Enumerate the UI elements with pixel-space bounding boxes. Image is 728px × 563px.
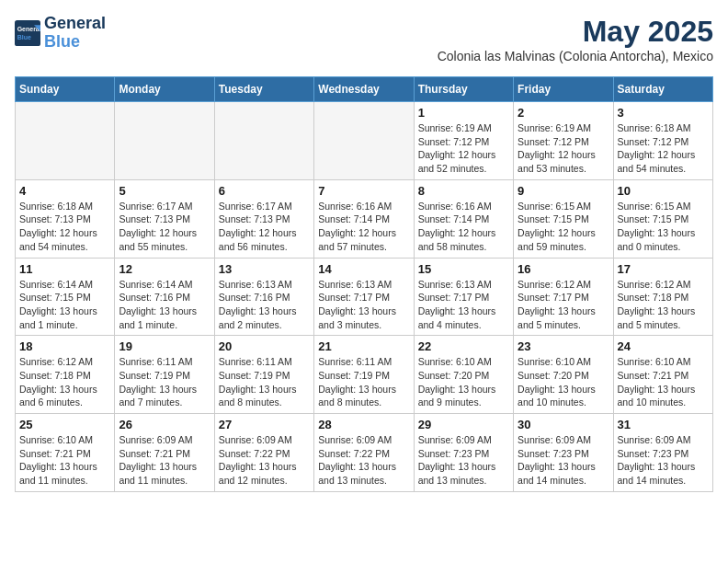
day-detail: Sunrise: 6:14 AMSunset: 7:15 PMDaylight:…	[19, 278, 110, 332]
svg-rect-0	[15, 20, 40, 46]
day-number: 17	[618, 262, 709, 276]
title-section: May 2025 Colonia las Malvinas (Colonia A…	[438, 15, 713, 71]
calendar-cell: 25Sunrise: 6:10 AMSunset: 7:21 PMDayligh…	[16, 414, 115, 492]
logo: General Blue General Blue	[15, 15, 106, 52]
calendar-cell: 29Sunrise: 6:09 AMSunset: 7:23 PMDayligh…	[414, 414, 513, 492]
day-detail: Sunrise: 6:10 AMSunset: 7:21 PMDaylight:…	[618, 355, 709, 409]
day-number: 21	[318, 339, 409, 353]
calendar-cell: 7Sunrise: 6:16 AMSunset: 7:14 PMDaylight…	[314, 179, 414, 258]
calendar-cell: 16Sunrise: 6:12 AMSunset: 7:17 PMDayligh…	[514, 258, 613, 336]
day-detail: Sunrise: 6:17 AMSunset: 7:13 PMDaylight:…	[119, 200, 210, 254]
calendar-cell: 15Sunrise: 6:13 AMSunset: 7:17 PMDayligh…	[414, 258, 513, 336]
day-number: 4	[19, 184, 110, 198]
day-detail: Sunrise: 6:19 AMSunset: 7:12 PMDaylight:…	[418, 121, 509, 176]
day-number: 7	[318, 184, 409, 198]
calendar-cell: 2Sunrise: 6:19 AMSunset: 7:12 PMDaylight…	[514, 102, 613, 180]
day-detail: Sunrise: 6:10 AMSunset: 7:21 PMDaylight:…	[19, 433, 110, 488]
calendar-cell: 27Sunrise: 6:09 AMSunset: 7:22 PMDayligh…	[214, 414, 313, 492]
calendar-cell: 17Sunrise: 6:12 AMSunset: 7:18 PMDayligh…	[613, 258, 712, 336]
calendar-cell: 8Sunrise: 6:16 AMSunset: 7:14 PMDaylight…	[414, 179, 513, 258]
subtitle: Colonia las Malvinas (Colonia Antorcha),…	[438, 49, 713, 63]
calendar-cell	[16, 102, 115, 180]
day-detail: Sunrise: 6:15 AMSunset: 7:15 PMDaylight:…	[618, 200, 709, 254]
weekday-header-sunday: Sunday	[16, 77, 115, 102]
day-detail: Sunrise: 6:09 AMSunset: 7:21 PMDaylight:…	[119, 433, 210, 488]
calendar-cell	[314, 102, 414, 180]
day-number: 2	[518, 106, 609, 120]
day-number: 12	[119, 262, 210, 276]
calendar-cell: 26Sunrise: 6:09 AMSunset: 7:21 PMDayligh…	[115, 414, 214, 492]
day-number: 15	[418, 262, 509, 276]
day-number: 27	[219, 418, 310, 431]
calendar-cell: 31Sunrise: 6:09 AMSunset: 7:23 PMDayligh…	[613, 414, 712, 492]
day-number: 25	[19, 418, 110, 431]
day-number: 29	[418, 418, 509, 431]
svg-text:Blue: Blue	[17, 34, 31, 40]
day-detail: Sunrise: 6:10 AMSunset: 7:20 PMDaylight:…	[418, 355, 509, 409]
day-detail: Sunrise: 6:17 AMSunset: 7:13 PMDaylight:…	[219, 200, 310, 254]
day-detail: Sunrise: 6:09 AMSunset: 7:22 PMDaylight:…	[219, 433, 310, 488]
calendar-cell: 14Sunrise: 6:13 AMSunset: 7:17 PMDayligh…	[314, 258, 414, 336]
day-detail: Sunrise: 6:19 AMSunset: 7:12 PMDaylight:…	[518, 121, 609, 176]
day-number: 24	[618, 339, 709, 353]
calendar-cell: 11Sunrise: 6:14 AMSunset: 7:15 PMDayligh…	[16, 258, 115, 336]
day-detail: Sunrise: 6:09 AMSunset: 7:23 PMDaylight:…	[418, 433, 509, 488]
calendar-cell: 19Sunrise: 6:11 AMSunset: 7:19 PMDayligh…	[115, 336, 214, 414]
calendar-cell: 22Sunrise: 6:10 AMSunset: 7:20 PMDayligh…	[414, 336, 513, 414]
weekday-header-wednesday: Wednesday	[314, 77, 414, 102]
calendar-cell: 18Sunrise: 6:12 AMSunset: 7:18 PMDayligh…	[16, 336, 115, 414]
calendar-cell	[214, 102, 313, 180]
day-detail: Sunrise: 6:13 AMSunset: 7:17 PMDaylight:…	[418, 278, 509, 332]
day-detail: Sunrise: 6:13 AMSunset: 7:17 PMDaylight:…	[318, 278, 409, 332]
day-detail: Sunrise: 6:09 AMSunset: 7:23 PMDaylight:…	[518, 433, 609, 488]
day-number: 30	[518, 418, 609, 431]
day-detail: Sunrise: 6:11 AMSunset: 7:19 PMDaylight:…	[119, 355, 210, 409]
day-detail: Sunrise: 6:16 AMSunset: 7:14 PMDaylight:…	[318, 200, 409, 254]
day-detail: Sunrise: 6:18 AMSunset: 7:12 PMDaylight:…	[618, 121, 709, 176]
calendar-cell: 21Sunrise: 6:11 AMSunset: 7:19 PMDayligh…	[314, 336, 414, 414]
day-number: 14	[318, 262, 409, 276]
calendar-cell: 1Sunrise: 6:19 AMSunset: 7:12 PMDaylight…	[414, 102, 513, 180]
weekday-header-thursday: Thursday	[414, 77, 513, 102]
week-row-5: 25Sunrise: 6:10 AMSunset: 7:21 PMDayligh…	[16, 414, 713, 492]
day-number: 31	[618, 418, 709, 431]
day-detail: Sunrise: 6:11 AMSunset: 7:19 PMDaylight:…	[219, 355, 310, 409]
calendar-cell: 23Sunrise: 6:10 AMSunset: 7:20 PMDayligh…	[514, 336, 613, 414]
day-number: 28	[318, 418, 409, 431]
weekday-header-tuesday: Tuesday	[214, 77, 313, 102]
day-detail: Sunrise: 6:18 AMSunset: 7:13 PMDaylight:…	[19, 200, 110, 254]
day-number: 5	[119, 184, 210, 198]
weekday-header-saturday: Saturday	[613, 77, 712, 102]
calendar-cell: 24Sunrise: 6:10 AMSunset: 7:21 PMDayligh…	[613, 336, 712, 414]
calendar-cell: 30Sunrise: 6:09 AMSunset: 7:23 PMDayligh…	[514, 414, 613, 492]
calendar-cell: 4Sunrise: 6:18 AMSunset: 7:13 PMDaylight…	[16, 179, 115, 258]
calendar-cell: 28Sunrise: 6:09 AMSunset: 7:22 PMDayligh…	[314, 414, 414, 492]
day-number: 1	[418, 106, 509, 120]
day-number: 19	[119, 339, 210, 353]
calendar-cell: 20Sunrise: 6:11 AMSunset: 7:19 PMDayligh…	[214, 336, 313, 414]
week-row-4: 18Sunrise: 6:12 AMSunset: 7:18 PMDayligh…	[16, 336, 713, 414]
day-number: 3	[618, 106, 709, 120]
day-detail: Sunrise: 6:16 AMSunset: 7:14 PMDaylight:…	[418, 200, 509, 254]
day-detail: Sunrise: 6:09 AMSunset: 7:23 PMDaylight:…	[618, 433, 709, 488]
day-number: 23	[518, 339, 609, 353]
calendar-cell: 5Sunrise: 6:17 AMSunset: 7:13 PMDaylight…	[115, 179, 214, 258]
day-number: 20	[219, 339, 310, 353]
week-row-1: 1Sunrise: 6:19 AMSunset: 7:12 PMDaylight…	[16, 102, 713, 180]
weekday-header-friday: Friday	[514, 77, 613, 102]
calendar-cell: 13Sunrise: 6:13 AMSunset: 7:16 PMDayligh…	[214, 258, 313, 336]
day-detail: Sunrise: 6:15 AMSunset: 7:15 PMDaylight:…	[518, 200, 609, 254]
day-number: 8	[418, 184, 509, 198]
calendar-table: SundayMondayTuesdayWednesdayThursdayFrid…	[15, 76, 713, 492]
day-number: 11	[19, 262, 110, 276]
weekday-header-monday: Monday	[115, 77, 214, 102]
calendar-cell: 9Sunrise: 6:15 AMSunset: 7:15 PMDaylight…	[514, 179, 613, 258]
day-number: 22	[418, 339, 509, 353]
day-number: 18	[19, 339, 110, 353]
day-detail: Sunrise: 6:12 AMSunset: 7:18 PMDaylight:…	[19, 355, 110, 409]
day-number: 10	[618, 184, 709, 198]
day-number: 26	[119, 418, 210, 431]
day-detail: Sunrise: 6:14 AMSunset: 7:16 PMDaylight:…	[119, 278, 210, 332]
day-number: 6	[219, 184, 310, 198]
logo-icon: General Blue	[15, 20, 40, 46]
